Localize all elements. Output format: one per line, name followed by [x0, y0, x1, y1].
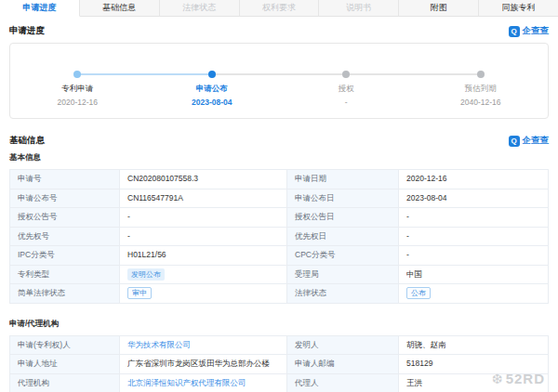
qichacha-logo-text: 企查查	[523, 135, 550, 147]
field-label: 申请日期	[287, 170, 399, 189]
basic-info-subtitle: 基本信息	[9, 152, 549, 163]
agency-link[interactable]: 北京润泽恒知识产权代理有限公司	[127, 378, 246, 387]
field-label: IPC分类号	[10, 246, 120, 266]
field-value-publication-date: 2023-08-04	[399, 189, 549, 209]
step-dot-icon	[342, 71, 350, 78]
step-date: -	[279, 98, 414, 107]
snowflake-icon: ❆	[492, 372, 503, 386]
field-value-priority-date: -	[399, 228, 549, 247]
patent-type-badge: 发明公布	[127, 268, 165, 281]
52rd-watermark: ❆ 52RD	[492, 371, 545, 386]
step-date: 2020-12-16	[10, 98, 145, 107]
applicant-link[interactable]: 华为技术有限公司	[127, 340, 191, 349]
qichacha-logo-icon: Q	[509, 136, 520, 147]
timeline-step-estimated-expiry: 预估到期 2040-12-16	[414, 71, 549, 107]
field-value-patent-type: 发明公布	[120, 266, 287, 285]
tab-legal-status[interactable]: 法律状态	[160, 0, 240, 16]
watermark-text: 52RD	[506, 371, 545, 386]
field-label: 法律状态	[287, 284, 399, 304]
progress-section-title: 申请进度	[9, 25, 45, 37]
qichacha-brand-logo: Q 企查查	[509, 25, 550, 37]
field-label: 申请人地址	[10, 355, 120, 374]
field-value-agency: 北京润泽恒知识产权代理有限公司	[120, 374, 287, 392]
step-label: 专利申请	[10, 84, 145, 95]
status-badge: 公布	[406, 287, 431, 299]
field-value-grant-date: -	[399, 208, 549, 228]
step-date: 2023-08-04	[145, 98, 280, 107]
step-label: 申请公布	[145, 84, 280, 95]
field-value-ipc-class: H01L21/56	[120, 246, 287, 266]
field-label: 授权公告号	[10, 208, 120, 228]
field-value-applicant-address: 广东省深圳市龙岗区坂田华为总部办公楼	[120, 355, 287, 374]
field-label: CPC分类号	[287, 246, 399, 266]
timeline-step-grant: 授权 -	[279, 71, 414, 107]
timeline-step-filing: 专利申请 2020-12-16	[10, 71, 145, 107]
field-value-publication-number: CN116547791A	[120, 189, 287, 209]
field-label: 申请公布号	[10, 189, 120, 209]
tab-drawings[interactable]: 附图	[399, 0, 479, 16]
field-value-simple-legal-status: 审中	[120, 284, 287, 304]
field-value-grant-number: -	[120, 208, 287, 228]
field-label: 简单法律状态	[10, 284, 120, 304]
tab-claims[interactable]: 权利要求	[240, 0, 320, 16]
field-label: 受理局	[287, 266, 399, 285]
field-value-receiving-office: 中国	[399, 266, 549, 285]
field-value-applicant: 华为技术有限公司	[120, 336, 287, 356]
agency-table: 申请(专利权)人 华为技术有限公司 发明人 胡骁、赵南 申请人地址 广东省深圳市…	[9, 335, 549, 392]
field-value-cpc-class: -	[399, 246, 549, 266]
field-label: 申请公布日	[287, 189, 399, 209]
progress-timeline-card: 专利申请 2020-12-16 申请公布 2023-08-04 授权 - 预估到…	[9, 43, 549, 119]
step-label: 授权	[279, 84, 414, 95]
basic-section-title: 基础信息	[9, 135, 45, 147]
step-dot-icon	[73, 71, 81, 78]
field-label: 发明人	[287, 336, 399, 356]
field-label: 代理人	[287, 374, 399, 392]
timeline: 专利申请 2020-12-16 申请公布 2023-08-04 授权 - 预估到…	[10, 44, 548, 107]
field-label: 申请号	[10, 170, 120, 189]
tab-description[interactable]: 说明书	[319, 0, 399, 16]
field-label: 优先权日	[287, 228, 399, 247]
agency-subtitle: 申请/代理机构	[9, 319, 549, 330]
step-dot-icon	[208, 71, 216, 78]
qichacha-logo-icon: Q	[509, 26, 520, 37]
tab-application-progress[interactable]: 申请进度	[0, 0, 80, 17]
tab-patent-family[interactable]: 同族专利	[479, 0, 558, 16]
field-value-inventors: 胡骁、赵南	[399, 336, 549, 356]
step-label: 预估到期	[414, 84, 549, 95]
field-label: 代理机构	[10, 374, 120, 392]
timeline-step-publication: 申请公布 2023-08-04	[145, 71, 280, 107]
field-label: 申请人邮编	[287, 355, 399, 374]
field-label: 优先权号	[10, 228, 120, 247]
field-label: 授权公告日	[287, 208, 399, 228]
step-date: 2040-12-16	[414, 98, 549, 107]
basic-info-table: 申请号 CN202080107558.3 申请日期 2020-12-16 申请公…	[9, 169, 549, 304]
field-value-priority-number: -	[120, 228, 287, 247]
step-dot-icon	[477, 71, 485, 78]
top-tab-bar: 申请进度 基础信息 法律状态 权利要求 说明书 附图 同族专利	[0, 0, 558, 17]
field-value-application-number: CN202080107558.3	[120, 170, 287, 189]
status-badge: 审中	[127, 287, 152, 299]
field-value-application-date: 2020-12-16	[399, 170, 549, 189]
tab-basic-info[interactable]: 基础信息	[80, 0, 160, 16]
qichacha-brand-logo: Q 企查查	[509, 135, 550, 147]
field-label: 申请(专利权)人	[10, 336, 120, 356]
qichacha-logo-text: 企查查	[523, 25, 550, 37]
field-value-legal-status: 公布	[399, 284, 549, 304]
field-label: 专利类型	[10, 266, 120, 285]
